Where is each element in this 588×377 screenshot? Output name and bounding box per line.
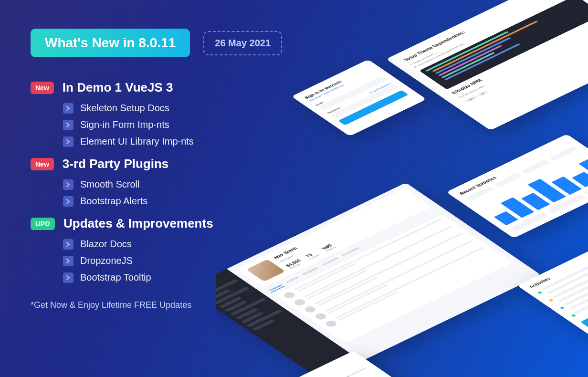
changelog-item-label: DropzoneJS: [80, 255, 133, 266]
stat-projects: 75Projects: [304, 251, 320, 260]
changelog-item-label: Sign-in Form Imp-nts: [80, 119, 169, 130]
tag-new: New: [31, 82, 54, 94]
chevron-right-icon: [63, 136, 74, 147]
changelog-item-label: Skeleton Setup Docs: [80, 103, 169, 114]
changelog-item[interactable]: Skeleton Setup Docs: [63, 103, 282, 114]
changelog-item-label: Bootstrap Alerts: [80, 196, 147, 207]
section-updates: UPD Updates & Improvements Blazor Docs D…: [31, 216, 282, 283]
chevron-right-icon: [63, 103, 74, 114]
changelog-item[interactable]: DropzoneJS: [63, 255, 282, 266]
section-demo1-vuejs: New In Demo 1 VueJS 3 Skeleton Setup Doc…: [31, 80, 282, 147]
footer-note: *Get Now & Enjoy Lifetime FREE Updates: [31, 300, 282, 310]
chevron-right-icon: [63, 120, 74, 130]
section-title: In Demo 1 VueJS 3: [63, 80, 173, 95]
mockup-stats-card: Recent Statistics: [446, 134, 588, 238]
mockup-activities-card: Activities: [517, 243, 588, 348]
mockup-docs-card: Setup Theme Dependencies: 1. Create new …: [386, 0, 588, 130]
tag-new: New: [31, 158, 54, 170]
tab-projects[interactable]: Projects: [286, 276, 300, 284]
changelog-item[interactable]: Blazor Docs: [63, 239, 282, 250]
stat-earnings: $4,500Earnings: [284, 259, 304, 270]
changelog-item[interactable]: Element UI Library Imp-nts: [63, 136, 282, 147]
version-title-badge: What's New in 8.0.11: [31, 29, 190, 57]
changelog-item[interactable]: Smooth Scroll: [63, 179, 282, 190]
changelog-item-label: Bootstrap Tooltip: [80, 272, 151, 283]
section-title: 3-rd Party Plugins: [63, 157, 169, 171]
chevron-right-icon: [63, 272, 74, 283]
chevron-right-icon: [63, 239, 74, 250]
changelog-item-label: Smooth Scroll: [80, 179, 140, 190]
chevron-right-icon: [63, 179, 74, 190]
section-plugins: New 3-rd Party Plugins Smooth Scroll Boo…: [31, 157, 282, 207]
section-title: Updates & Improvements: [63, 216, 213, 231]
changelog-item[interactable]: Bootstrap Alerts: [63, 196, 282, 207]
stat-success: %60Success: [320, 243, 336, 252]
release-date-badge: 26 May 2021: [203, 31, 282, 55]
changelog-item-label: Element UI Library Imp-nts: [80, 136, 194, 147]
changelog-item[interactable]: Sign-in Form Imp-nts: [63, 119, 282, 130]
chevron-right-icon: [63, 196, 74, 207]
changelog-item-label: Blazor Docs: [80, 239, 132, 250]
changelog-item[interactable]: Bootstrap Tooltip: [63, 272, 282, 283]
chevron-right-icon: [63, 256, 74, 266]
tag-upd: UPD: [31, 218, 55, 230]
